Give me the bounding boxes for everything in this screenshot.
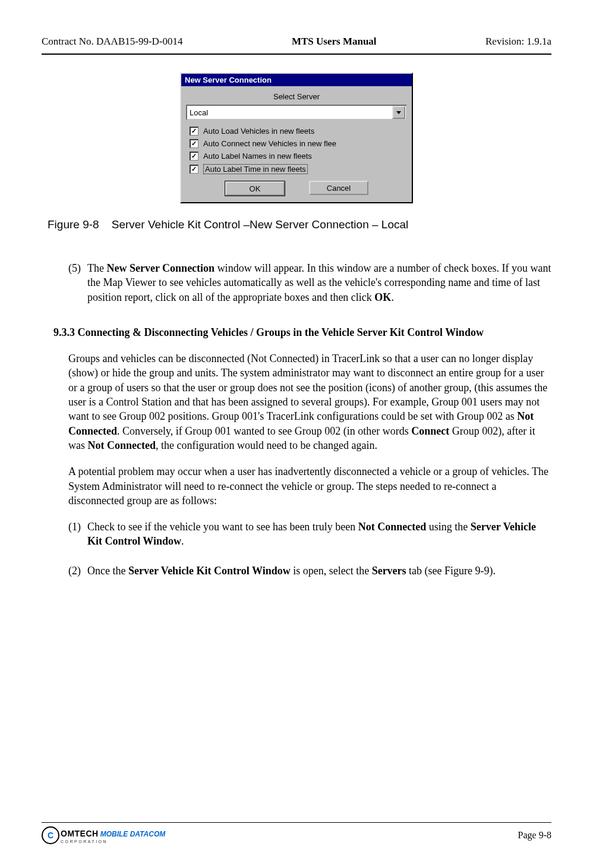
figure-caption: Figure 9-8 Server Vehicle Kit Control –N… <box>48 218 551 231</box>
header-divider <box>42 54 551 55</box>
server-dropdown[interactable]: Local <box>186 105 407 120</box>
dialog-titlebar: New Server Connection <box>181 74 412 86</box>
select-server-label: Select Server <box>186 90 407 105</box>
checkbox-row[interactable]: ✓ Auto Label Time in new fleets <box>186 162 407 176</box>
checkbox-label: Auto Connect new Vehicles in new flee <box>203 139 336 148</box>
checkbox-row[interactable]: ✓ Auto Label Names in new fleets <box>186 150 407 162</box>
step-5: (5) The New Server Connection window wil… <box>68 261 551 304</box>
checkbox-checked-icon[interactable]: ✓ <box>190 152 198 161</box>
checkbox-row[interactable]: ✓ Auto Load Vehicles in new fleets <box>186 125 407 137</box>
header-left: Contract No. DAAB15-99-D-0014 <box>42 36 183 48</box>
cancel-button[interactable]: Cancel <box>309 181 368 195</box>
checkbox-checked-icon[interactable]: ✓ <box>190 139 198 148</box>
checkbox-checked-icon[interactable]: ✓ <box>190 127 198 136</box>
checkbox-label-focused: Auto Label Time in new fleets <box>203 164 308 174</box>
paragraph: Groups and vehicles can be disconnected … <box>68 351 551 452</box>
header-right: Revision: 1.9.1a <box>485 36 551 48</box>
checkbox-label: Auto Load Vehicles in new fleets <box>203 127 314 136</box>
ok-button[interactable]: OK <box>225 181 285 196</box>
new-server-connection-dialog: New Server Connection Select Server Loca… <box>180 73 413 203</box>
dropdown-value: Local <box>187 108 392 117</box>
step-1: (1) Check to see if the vehicle you want… <box>68 520 551 549</box>
header-center: MTS Users Manual <box>292 36 377 48</box>
page-header: Contract No. DAAB15-99-D-0014 MTS Users … <box>42 36 551 54</box>
section-heading: 9.3.3 Connecting & Disconnecting Vehicle… <box>53 325 551 339</box>
chevron-down-icon[interactable] <box>392 106 405 119</box>
paragraph: A potential problem may occur when a use… <box>68 464 551 508</box>
checkbox-label: Auto Label Names in new fleets <box>203 152 312 161</box>
step-2: (2) Once the Server Vehicle Kit Control … <box>68 564 551 578</box>
checkbox-checked-icon[interactable]: ✓ <box>190 165 198 174</box>
checkbox-row[interactable]: ✓ Auto Connect new Vehicles in new flee <box>186 137 407 150</box>
